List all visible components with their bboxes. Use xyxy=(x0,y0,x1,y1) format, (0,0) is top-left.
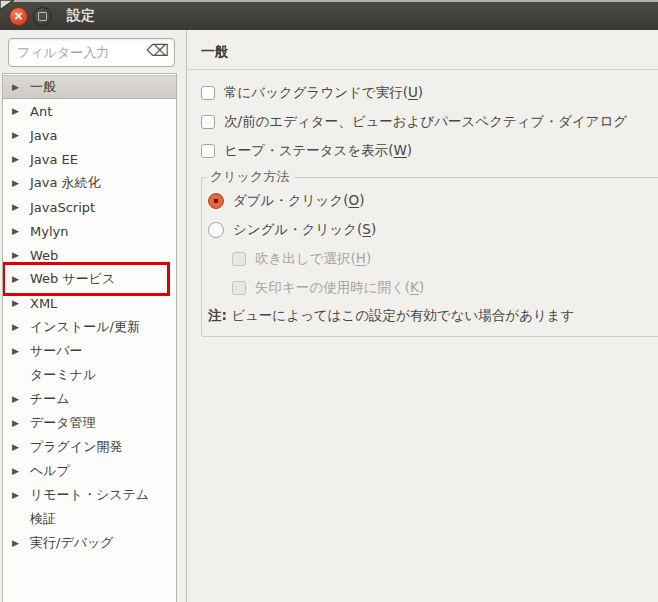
tree-item[interactable]: ▶ データ管理 xyxy=(3,411,176,435)
tree-item[interactable]: ▶ Web xyxy=(3,243,176,267)
tree-item-label: 検証 xyxy=(30,510,56,528)
checkbox-option-row[interactable]: 次/前のエディター、ビューおよびパースペクティブ・ダイアログ xyxy=(201,107,658,136)
checkbox-option-row[interactable]: 吹き出しで選択(H) xyxy=(232,244,658,273)
radio-option-row[interactable]: ダブル・クリック(O) xyxy=(208,186,658,215)
expand-arrow-icon[interactable]: ▶ xyxy=(9,346,30,356)
tree-item-label: ヘルプ xyxy=(30,462,70,480)
radio-checked[interactable] xyxy=(208,193,224,209)
filter-bar: ⌫ xyxy=(0,30,186,73)
group-options: ダブル・クリック(O)シングル・クリック(S)吹き出しで選択(H)矢印キーの使用… xyxy=(208,186,658,302)
note-text: 注: ビューによってはこの設定が有効でない場合があります xyxy=(208,307,658,325)
tree-item[interactable]: ▶ 実行/デバッグ xyxy=(3,531,176,555)
preferences-tree: ▶ 一般 ▶ Ant ▶ Java ▶ Java EE ▶ Java 永続化 ▶… xyxy=(2,73,177,602)
expand-arrow-icon[interactable]: ▶ xyxy=(9,154,30,164)
tree-item[interactable]: ▶ チーム xyxy=(3,387,176,411)
expand-arrow-icon[interactable]: ▶ xyxy=(9,82,30,92)
page-title: 一般 xyxy=(187,30,658,70)
tree-item-label: リモート・システム xyxy=(30,486,149,504)
tree-item[interactable]: ▶ プラグイン開発 xyxy=(3,435,176,459)
option-label: ダブル・クリック(O) xyxy=(233,192,364,210)
tree-item-label: XML xyxy=(30,296,57,311)
checkbox-unchecked[interactable] xyxy=(201,115,215,129)
expand-arrow-icon[interactable]: ▶ xyxy=(9,202,30,212)
option-label: 吹き出しで選択(H) xyxy=(255,250,371,268)
clear-filter-icon[interactable]: ⌫ xyxy=(146,43,169,59)
expand-arrow-icon[interactable]: ▶ xyxy=(9,106,30,116)
tree-item-label: Java 永続化 xyxy=(30,174,101,192)
tree-item-label: Mylyn xyxy=(30,224,68,239)
expand-arrow-icon[interactable]: ▶ xyxy=(9,130,30,140)
expand-arrow-icon[interactable]: ▶ xyxy=(9,178,30,188)
tree-item[interactable]: ▶ 検証 xyxy=(3,507,176,531)
tree-item[interactable]: ▶ Java 永続化 xyxy=(3,171,176,195)
tree-item[interactable]: ▶ ターミナル xyxy=(3,363,176,387)
expand-arrow-icon[interactable]: ▶ xyxy=(9,466,30,476)
option-label: 次/前のエディター、ビューおよびパースペクティブ・ダイアログ xyxy=(224,113,627,131)
tree-item[interactable]: ▶ Web サービス xyxy=(3,267,176,291)
tree-item[interactable]: ▶ Java xyxy=(3,123,176,147)
window-body: ⌫ ▶ 一般 ▶ Ant ▶ Java ▶ Java EE ▶ Java 永続化… xyxy=(0,30,658,602)
tree-item-label: データ管理 xyxy=(30,414,96,432)
note-body: ビューによってはこの設定が有効でない場合があります xyxy=(227,307,575,323)
tree-item[interactable]: ▶ ヘルプ xyxy=(3,459,176,483)
expand-arrow-icon[interactable]: ▶ xyxy=(9,250,30,260)
tree-item-label: Web サービス xyxy=(30,270,115,288)
tree-item[interactable]: ▶ XML xyxy=(3,291,176,315)
expand-arrow-icon[interactable]: ▶ xyxy=(9,226,30,236)
checkbox-unchecked[interactable] xyxy=(201,144,215,158)
checkbox-unchecked xyxy=(232,281,246,295)
cursor-artifact xyxy=(0,0,14,10)
top-options: 常にバックグラウンドで実行(U)次/前のエディター、ビューおよびパースペクティブ… xyxy=(201,78,658,165)
radio-option-row[interactable]: シングル・クリック(S) xyxy=(208,215,658,244)
tree-item[interactable]: ▶ Mylyn xyxy=(3,219,176,243)
option-label: 常にバックグラウンドで実行(U) xyxy=(224,84,423,102)
click-method-group: クリック方法 ダブル・クリック(O)シングル・クリック(S)吹き出しで選択(H)… xyxy=(201,168,658,337)
expand-arrow-icon[interactable]: ▶ xyxy=(9,274,30,284)
expand-arrow-icon[interactable]: ▶ xyxy=(9,298,30,308)
checkbox-unchecked xyxy=(232,252,246,266)
maximize-icon xyxy=(38,12,47,21)
tree-item-label: 実行/デバッグ xyxy=(30,534,114,552)
tree-item-label: Java EE xyxy=(30,152,78,167)
option-label: ヒープ・ステータスを表示(W) xyxy=(224,142,412,160)
checkbox-option-row[interactable]: ヒープ・ステータスを表示(W) xyxy=(201,136,658,165)
checkbox-unchecked[interactable] xyxy=(201,86,215,100)
tree-item[interactable]: ▶ Java EE xyxy=(3,147,176,171)
tree-item-label: Ant xyxy=(30,104,52,119)
expand-arrow-icon[interactable]: ▶ xyxy=(9,394,30,404)
tree-item[interactable]: ▶ サーバー xyxy=(3,339,176,363)
checkbox-option-row[interactable]: 常にバックグラウンドで実行(U) xyxy=(201,78,658,107)
tree-item-label: Web xyxy=(30,248,58,263)
tree-item[interactable]: ▶ Ant xyxy=(3,99,176,123)
tree-item-label: Java xyxy=(30,128,57,143)
expand-arrow-icon[interactable]: ▶ xyxy=(9,538,30,548)
tree-item-label: 一般 xyxy=(30,78,56,96)
preferences-window: × 設定 ⌫ ▶ 一般 ▶ Ant ▶ Java ▶ Java EE ▶ Jav… xyxy=(0,0,658,602)
tree-item-label: ターミナル xyxy=(30,366,96,384)
tree-item[interactable]: ▶ インストール/更新 xyxy=(3,315,176,339)
expand-arrow-icon[interactable]: ▶ xyxy=(9,418,30,428)
expand-arrow-icon[interactable]: ▶ xyxy=(9,442,30,452)
maximize-button[interactable] xyxy=(33,7,52,26)
general-settings: 常にバックグラウンドで実行(U)次/前のエディター、ビューおよびパースペクティブ… xyxy=(187,70,658,337)
note-prefix: 注: xyxy=(208,307,227,323)
window-titlebar: × 設定 xyxy=(0,0,658,30)
tree-item-label: プラグイン開発 xyxy=(30,438,123,456)
tree-item[interactable]: ▶ リモート・システム xyxy=(3,483,176,507)
window-title: 設定 xyxy=(67,7,95,25)
option-label: シングル・クリック(S) xyxy=(233,221,376,239)
tree-item-label: インストール/更新 xyxy=(30,318,140,336)
tree-item-label: JavaScript xyxy=(30,200,95,215)
radio-unchecked[interactable] xyxy=(208,222,224,238)
expand-arrow-icon[interactable]: ▶ xyxy=(9,490,30,500)
expand-arrow-icon[interactable]: ▶ xyxy=(9,322,30,332)
checkbox-option-row[interactable]: 矢印キーの使用時に開く(K) xyxy=(232,273,658,302)
close-icon: × xyxy=(13,10,23,22)
tree-item-label: チーム xyxy=(30,390,70,408)
sidebar: ⌫ ▶ 一般 ▶ Ant ▶ Java ▶ Java EE ▶ Java 永続化… xyxy=(0,30,187,602)
group-legend: クリック方法 xyxy=(207,168,295,186)
tree-item[interactable]: ▶ JavaScript xyxy=(3,195,176,219)
tree-item[interactable]: ▶ 一般 xyxy=(3,75,176,99)
main-panel: 一般 常にバックグラウンドで実行(U)次/前のエディター、ビューおよびパースペク… xyxy=(187,30,658,602)
option-label: 矢印キーの使用時に開く(K) xyxy=(255,279,424,297)
